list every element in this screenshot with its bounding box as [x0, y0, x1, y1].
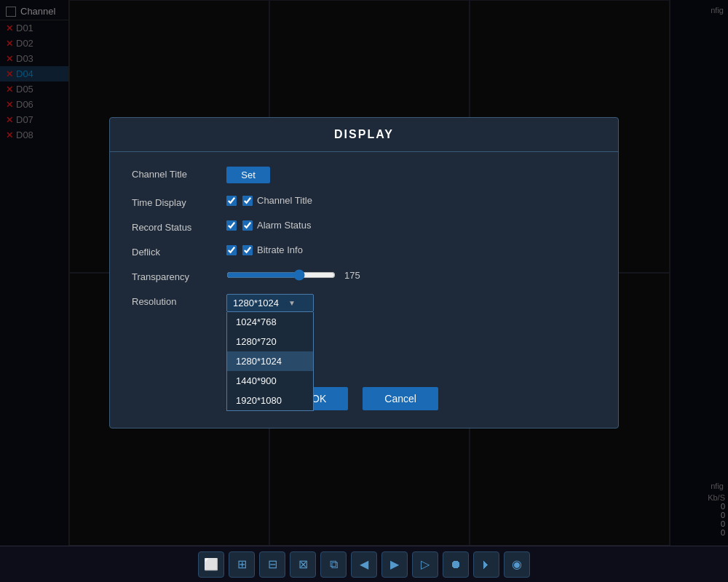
resolution-current-value: 1280*1024: [233, 298, 279, 308]
bitrate-info-checkbox[interactable]: [242, 245, 253, 255]
transparency-value: 175: [344, 270, 373, 281]
record-status-checkbox-group[interactable]: [226, 220, 237, 231]
channel-title-control: Set: [226, 167, 596, 183]
nine-view-icon[interactable]: ⊠: [290, 551, 316, 578]
resolution-option-1280x720[interactable]: 1280*720: [227, 332, 313, 351]
alarm-status-checkbox-group[interactable]: Alarm Status: [242, 220, 311, 231]
set-button[interactable]: Set: [226, 167, 270, 183]
next-icon[interactable]: ▶: [381, 551, 408, 578]
pip-view-icon[interactable]: ⧉: [320, 551, 347, 578]
record-status-control: Alarm Status: [226, 220, 596, 231]
time-display-label: Time Display: [132, 195, 226, 208]
resolution-row: Resolution 1280*1024 ▼ 1024*7681280*7201…: [132, 294, 596, 312]
six-view-icon[interactable]: ⊟: [259, 551, 285, 578]
resolution-select-wrapper[interactable]: 1280*1024 ▼ 1024*7681280*7201280*1024144…: [226, 294, 314, 312]
time-display-row: Time Display Channel Title: [132, 195, 596, 208]
time-display-checkbox[interactable]: [226, 196, 237, 206]
dropdown-arrow-icon: ▼: [288, 299, 296, 307]
play-icon[interactable]: ▷: [412, 551, 438, 578]
transparency-row: Transparency 175: [132, 269, 596, 282]
channel-title-row: Channel Title Set: [132, 167, 596, 183]
time-display-control: Channel Title: [226, 195, 596, 206]
cancel-button[interactable]: Cancel: [363, 387, 438, 410]
resolution-label: Resolution: [132, 294, 226, 307]
resolution-option-1440x900[interactable]: 1440*900: [227, 371, 313, 391]
tour-row: Tour: [132, 324, 596, 346]
transparency-label: Transparency: [132, 269, 226, 282]
single-view-icon[interactable]: ⬜: [198, 551, 224, 578]
taskbar: ⬜⊞⊟⊠⧉◀▶▷⏺⏵◉: [0, 546, 728, 582]
prev-icon[interactable]: ◀: [351, 551, 377, 578]
taskbar-buttons: ⬜⊞⊟⊠⧉◀▶▷⏺⏵◉: [198, 551, 530, 578]
capture-icon[interactable]: ◉: [504, 551, 530, 578]
transparency-slider-container: 175: [226, 269, 373, 281]
channel-title-label: Channel Title: [132, 167, 226, 180]
transparency-slider[interactable]: [226, 269, 336, 281]
deflick-label: Deflick: [132, 244, 226, 258]
resolution-option-1024x768[interactable]: 1024*768: [227, 312, 313, 332]
channel-title-checkbox-group[interactable]: Channel Title: [242, 195, 312, 206]
deflick-checkbox[interactable]: [226, 245, 237, 255]
playback-icon[interactable]: ⏵: [473, 551, 499, 578]
deflick-checkbox-group[interactable]: [226, 245, 237, 255]
tour-label-spacer: [132, 324, 226, 326]
modal-overlay: DISPLAY Channel Title Set Time Display: [0, 0, 728, 546]
record-status-checkbox[interactable]: [226, 220, 237, 231]
bitrate-info-label: Bitrate Info: [257, 244, 303, 255]
record-status-row: Record Status Alarm Status: [132, 220, 596, 233]
modal-footer: OK Cancel: [110, 372, 618, 428]
time-display-checkbox-group[interactable]: [226, 196, 237, 206]
record-status-label: Record Status: [132, 220, 226, 233]
resolution-dropdown: 1024*7681280*7201280*10241440*9001920*10…: [226, 312, 314, 411]
alarm-status-checkbox[interactable]: [242, 220, 253, 231]
resolution-control: 1280*1024 ▼ 1024*7681280*7201280*1024144…: [226, 294, 596, 312]
record-icon[interactable]: ⏺: [443, 551, 469, 578]
resolution-option-1920x1080[interactable]: 1920*1080: [227, 391, 313, 410]
bitrate-info-checkbox-group[interactable]: Bitrate Info: [242, 244, 303, 255]
display-modal: DISPLAY Channel Title Set Time Display: [109, 117, 619, 428]
modal-title: DISPLAY: [110, 118, 618, 152]
alarm-status-label: Alarm Status: [257, 220, 311, 231]
transparency-control: 175: [226, 269, 596, 281]
quad-view-icon[interactable]: ⊞: [229, 551, 255, 578]
channel-title-check-label: Channel Title: [257, 195, 312, 206]
deflick-row: Deflick Bitrate Info: [132, 244, 596, 258]
channel-title-checkbox[interactable]: [242, 196, 253, 206]
resolution-current[interactable]: 1280*1024 ▼: [226, 294, 314, 312]
deflick-control: Bitrate Info: [226, 244, 596, 255]
modal-body: Channel Title Set Time Display Channel T…: [110, 152, 618, 372]
resolution-option-1280x1024[interactable]: 1280*1024: [227, 351, 313, 371]
